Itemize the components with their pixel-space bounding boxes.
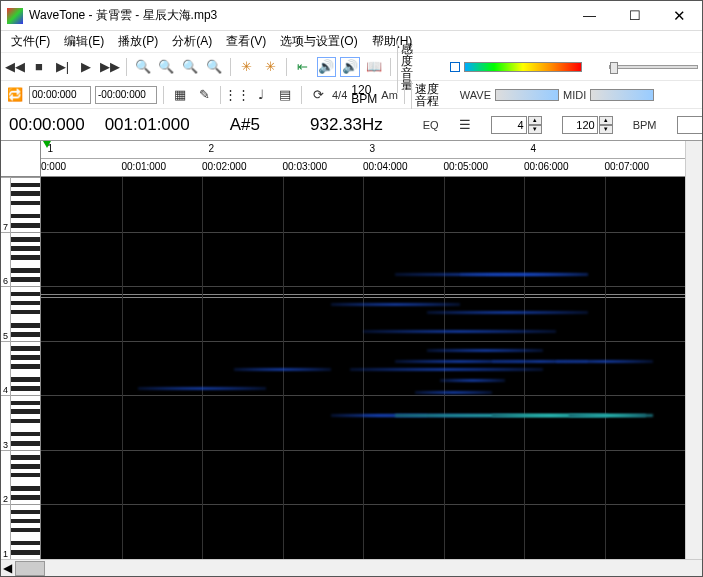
minimize-button[interactable]: — bbox=[567, 1, 612, 30]
time-label: 00:06:000 bbox=[524, 161, 569, 172]
rewind-button[interactable]: ◀◀ bbox=[5, 57, 25, 77]
bar-number: 3 bbox=[369, 143, 375, 154]
key-octave bbox=[11, 232, 40, 287]
menu-bar: 文件(F) 编辑(E) 播放(P) 分析(A) 查看(V) 选项与设置(O) 帮… bbox=[1, 31, 702, 53]
midi-label: MIDI bbox=[563, 89, 586, 101]
key-octave bbox=[11, 504, 40, 559]
app-logo bbox=[7, 8, 23, 24]
menu-options[interactable]: 选项与设置(O) bbox=[274, 31, 363, 52]
val2-input[interactable] bbox=[562, 116, 598, 134]
loop-a-icon[interactable]: ⇤ bbox=[293, 57, 313, 77]
octave-label: 2 bbox=[1, 450, 10, 505]
sensitivity-gradient[interactable] bbox=[464, 62, 582, 72]
octave-label: 1 bbox=[1, 504, 10, 559]
window-title: WaveTone - 黃霄雲 - 星辰大海.mp3 bbox=[29, 7, 567, 24]
bar-number: 1 bbox=[47, 143, 53, 154]
marker-a-icon[interactable]: ✳ bbox=[237, 57, 257, 77]
key-octave bbox=[11, 177, 40, 232]
bpm-input[interactable] bbox=[677, 116, 703, 134]
octave-label: 3 bbox=[1, 395, 10, 450]
note-display: A#5 bbox=[230, 115, 260, 135]
time-label: 0:000 bbox=[41, 161, 66, 172]
val1-spinner[interactable]: ▲▼ bbox=[528, 116, 542, 134]
color-indicator bbox=[450, 62, 460, 72]
forward-button[interactable]: ▶▶ bbox=[100, 57, 120, 77]
scrollbar-vertical[interactable] bbox=[685, 141, 702, 559]
loop-icon[interactable]: 🔁 bbox=[5, 85, 25, 105]
toolbar-playback: ◀◀ ■ ▶| ▶ ▶▶ 🔍 🔍 🔍 🔍 ✳ ✳ ⇤ 🔊 🔊 📖 感度音量 bbox=[1, 53, 702, 81]
key-octave bbox=[11, 395, 40, 450]
menu-play[interactable]: 播放(P) bbox=[112, 31, 164, 52]
eq-label: EQ bbox=[423, 119, 439, 131]
octave-label: 7 bbox=[1, 177, 10, 232]
octave-label: 6 bbox=[1, 232, 10, 287]
time-label: 00:05:000 bbox=[444, 161, 489, 172]
step-button[interactable]: ▶| bbox=[53, 57, 73, 77]
grid1-icon[interactable]: ▦ bbox=[170, 85, 190, 105]
bar-number: 2 bbox=[208, 143, 214, 154]
wave-label: WAVE bbox=[460, 89, 491, 101]
time-ruler[interactable]: 1234 0:00000:01:00000:02:00000:03:00000:… bbox=[41, 141, 685, 177]
speed-pitch-label: 速度音程 bbox=[411, 81, 442, 109]
grid2-icon[interactable]: ⋮⋮ bbox=[227, 85, 247, 105]
volume-slider[interactable] bbox=[609, 65, 698, 69]
maximize-button[interactable]: ☐ bbox=[612, 1, 657, 30]
time-end-input[interactable]: -00:00:000 bbox=[95, 86, 157, 104]
key-octave bbox=[11, 286, 40, 341]
stop-button[interactable]: ■ bbox=[29, 57, 49, 77]
zoom-out-v-icon[interactable]: 🔍 bbox=[204, 57, 224, 77]
timesig-label: 4/4 bbox=[332, 89, 347, 101]
play-button[interactable]: ▶ bbox=[76, 57, 96, 77]
freq-display: 932.33Hz bbox=[310, 115, 383, 135]
speaker-r-icon[interactable]: 🔊 bbox=[340, 57, 360, 77]
scrollbar-horizontal[interactable]: ◀ bbox=[1, 559, 702, 576]
time-label: 00:02:000 bbox=[202, 161, 247, 172]
time-label: 00:07:000 bbox=[605, 161, 650, 172]
status-bar: 00:00:000 001:01:000 A#5 932.33Hz EQ ☰ ▲… bbox=[1, 109, 702, 141]
octave-label: 5 bbox=[1, 286, 10, 341]
note-icon[interactable]: ♩ bbox=[251, 85, 271, 105]
key-octave bbox=[11, 450, 40, 505]
close-button[interactable]: ✕ bbox=[657, 1, 702, 30]
spectrogram[interactable] bbox=[41, 177, 685, 559]
menu-edit[interactable]: 编辑(E) bbox=[58, 31, 110, 52]
bars-icon[interactable]: ▤ bbox=[275, 85, 295, 105]
zoom-out-h-icon[interactable]: 🔍 bbox=[157, 57, 177, 77]
book-icon[interactable]: 📖 bbox=[364, 57, 384, 77]
position-display: 00:00:000 bbox=[9, 115, 85, 135]
refresh-icon[interactable]: ⟳ bbox=[308, 85, 328, 105]
toolbar-time: 🔁 00:00:000 -00:00:000 ▦ ✎ ⋮⋮ ♩ ▤ ⟳ 4/4 … bbox=[1, 81, 702, 109]
menu-view[interactable]: 查看(V) bbox=[220, 31, 272, 52]
time-start-input[interactable]: 00:00:000 bbox=[29, 86, 91, 104]
octave-label: 4 bbox=[1, 341, 10, 396]
menu-analyze[interactable]: 分析(A) bbox=[166, 31, 218, 52]
time-label: 00:03:000 bbox=[283, 161, 328, 172]
pencil-icon[interactable]: ✎ bbox=[194, 85, 214, 105]
val2-spinner[interactable]: ▲▼ bbox=[599, 116, 613, 134]
time-label: 00:04:000 bbox=[363, 161, 408, 172]
length-display: 001:01:000 bbox=[105, 115, 190, 135]
val1-input[interactable] bbox=[491, 116, 527, 134]
wave-slider[interactable] bbox=[495, 89, 559, 101]
key-label: Am bbox=[381, 89, 398, 101]
zoom-in-h-icon[interactable]: 🔍 bbox=[133, 57, 153, 77]
zoom-in-v-icon[interactable]: 🔍 bbox=[180, 57, 200, 77]
time-label: 00:01:000 bbox=[122, 161, 167, 172]
marker-b-icon[interactable]: ✳ bbox=[260, 57, 280, 77]
eq-icon[interactable]: ☰ bbox=[459, 115, 471, 135]
bar-number: 4 bbox=[530, 143, 536, 154]
bpm-label: BPM bbox=[633, 119, 657, 131]
menu-file[interactable]: 文件(F) bbox=[5, 31, 56, 52]
piano-roll: 1234567 bbox=[1, 141, 41, 559]
midi-slider[interactable] bbox=[590, 89, 654, 101]
key-octave bbox=[11, 341, 40, 396]
speaker-l-icon[interactable]: 🔊 bbox=[317, 57, 337, 77]
